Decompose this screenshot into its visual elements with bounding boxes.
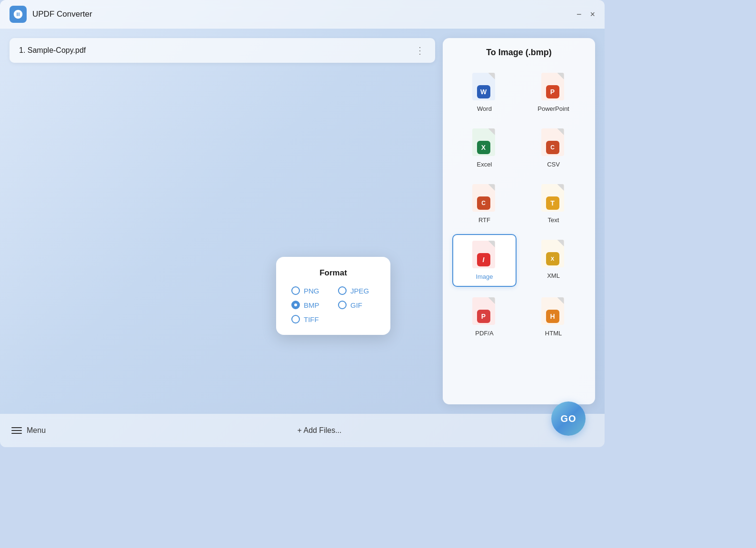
pdfa-icon: P (472, 297, 497, 327)
radio-png-circle (291, 286, 300, 295)
radio-tiff[interactable]: TIFF (291, 315, 328, 323)
rtf-icon: C (472, 184, 497, 214)
radio-grid: PNG JPEG BMP GIF TIFF (291, 286, 375, 323)
format-pdfa[interactable]: P PDF/A (452, 292, 517, 342)
html-icon: H (541, 297, 566, 327)
right-panel: To Image (.bmp) W Word P (443, 38, 595, 404)
radio-jpeg-circle (338, 286, 347, 295)
close-button[interactable]: × (590, 10, 595, 19)
format-excel-label: Excel (477, 161, 492, 168)
word-icon: W (472, 73, 497, 102)
file-item[interactable]: 1. Sample-Copy.pdf ⋮ (10, 38, 435, 63)
radio-bmp-label: BMP (304, 301, 319, 309)
bottom-bar: Menu + Add Files... GO (0, 414, 605, 447)
format-image-label: Image (476, 273, 493, 280)
format-image[interactable]: I Image (452, 234, 517, 287)
radio-gif-label: GIF (350, 301, 362, 309)
radio-bmp-circle (291, 301, 300, 309)
menu-button[interactable]: Menu (11, 426, 46, 435)
app-logo (10, 6, 27, 23)
add-files-button[interactable]: + Add Files... (298, 426, 342, 435)
csv-icon: C (541, 128, 566, 158)
radio-tiff-label: TIFF (304, 315, 319, 323)
radio-gif-circle (338, 301, 347, 309)
format-text[interactable]: T Text (521, 178, 586, 229)
format-rtf-label: RTF (478, 216, 490, 224)
radio-gif[interactable]: GIF (338, 301, 375, 309)
radio-bmp[interactable]: BMP (291, 301, 328, 309)
format-html[interactable]: H HTML (521, 292, 586, 342)
format-grid: W Word P PowerPoint (448, 67, 590, 342)
format-pdfa-label: PDF/A (475, 330, 493, 337)
go-button[interactable]: GO (551, 401, 586, 436)
radio-png-label: PNG (304, 287, 319, 295)
format-csv-label: CSV (547, 161, 560, 168)
app-title: UPDF Converter (32, 10, 577, 19)
file-options-button[interactable]: ⋮ (415, 45, 426, 56)
left-panel: 1. Sample-Copy.pdf ⋮ (10, 38, 435, 404)
format-text-label: Text (548, 216, 559, 224)
format-word-label: Word (477, 105, 492, 112)
radio-png[interactable]: PNG (291, 286, 328, 295)
window-controls: − × (577, 10, 595, 19)
minimize-button[interactable]: − (577, 10, 582, 19)
format-xml[interactable]: X XML (521, 234, 586, 287)
format-word[interactable]: W Word (452, 67, 517, 118)
radio-tiff-circle (291, 315, 300, 323)
radio-jpeg[interactable]: JPEG (338, 286, 375, 295)
main-content: 1. Sample-Copy.pdf ⋮ To Image (.bmp) W W… (0, 29, 605, 414)
image-icon: I (472, 241, 497, 270)
menu-icon (11, 427, 22, 434)
format-powerpoint-label: PowerPoint (537, 105, 569, 112)
file-name: 1. Sample-Copy.pdf (19, 46, 86, 55)
format-popup: Format PNG JPEG BMP GIF TIFF (276, 257, 390, 335)
excel-icon: X (472, 128, 497, 158)
title-bar: UPDF Converter − × (0, 0, 605, 29)
format-powerpoint[interactable]: P PowerPoint (521, 67, 586, 118)
text-icon: T (541, 184, 566, 214)
format-rtf[interactable]: C RTF (452, 178, 517, 229)
format-html-label: HTML (545, 330, 562, 337)
app-window: UPDF Converter − × 1. Sample-Copy.pdf ⋮ … (0, 0, 605, 447)
popup-title: Format (291, 268, 375, 278)
menu-label: Menu (27, 426, 46, 435)
xml-icon: X (541, 240, 566, 269)
radio-jpeg-label: JPEG (350, 287, 369, 295)
format-xml-label: XML (547, 272, 560, 279)
format-excel[interactable]: X Excel (452, 123, 517, 174)
powerpoint-icon: P (541, 73, 566, 102)
format-csv[interactable]: C CSV (521, 123, 586, 174)
panel-title: To Image (.bmp) (486, 48, 552, 58)
